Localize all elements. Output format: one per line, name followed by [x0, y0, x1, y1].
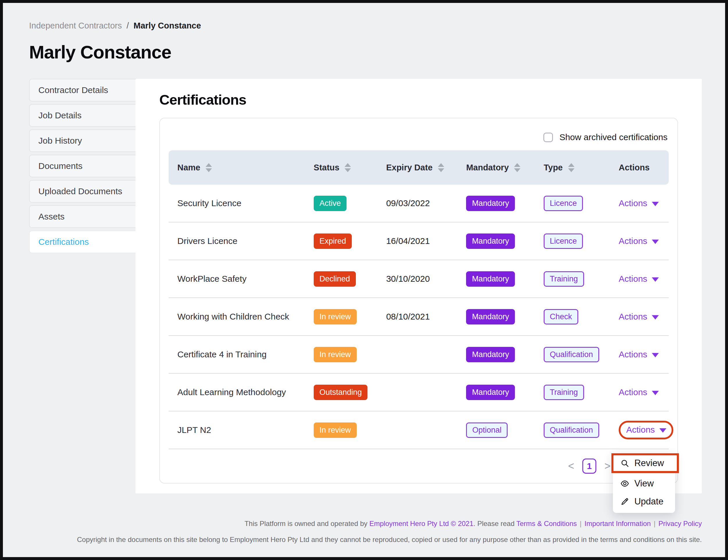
- footer-legal-line: This Platform is owned and operated by E…: [29, 519, 702, 528]
- pencil-icon: [620, 497, 629, 506]
- sidebar-item-uploaded-documents[interactable]: Uploaded Documents: [29, 180, 140, 203]
- sort-icon: [514, 163, 520, 172]
- actions-button[interactable]: Actions: [619, 387, 659, 397]
- sidebar-item-label: Documents: [38, 161, 83, 171]
- table-header-row: Name Status Expiry Date Mandatory Type A…: [169, 150, 669, 185]
- mandatory-badge: Mandatory: [466, 385, 515, 400]
- sidebar-item-label: Assets: [38, 212, 65, 222]
- pagination-page-1[interactable]: 1: [582, 459, 596, 474]
- sidebar-item-documents[interactable]: Documents: [29, 155, 140, 177]
- table-row: Working with Children Check In review 08…: [169, 298, 669, 336]
- footer: This Platform is owned and operated by E…: [29, 519, 702, 544]
- show-archived-row: Show archived certifications: [169, 132, 669, 142]
- pagination: < 1 >: [169, 449, 669, 483]
- expiry-date: 08/10/2021: [386, 312, 430, 322]
- certification-name: JLPT N2: [177, 425, 211, 435]
- type-badge: Licence: [544, 233, 583, 249]
- menu-item-view[interactable]: View: [613, 475, 675, 493]
- footer-terms-link[interactable]: Terms & Conditions: [516, 520, 577, 527]
- sidebar-item-assets[interactable]: Assets: [29, 205, 140, 228]
- certification-name: Certificate 4 in Training: [177, 349, 267, 359]
- column-header-name[interactable]: Name: [169, 163, 314, 172]
- sidebar-item-label: Job History: [38, 136, 82, 146]
- column-header-label: Status: [314, 163, 340, 172]
- mandatory-badge: Mandatory: [466, 309, 515, 324]
- breadcrumb: Independent Contractors/Marly Constance: [29, 21, 702, 31]
- type-badge: Qualification: [544, 422, 599, 438]
- menu-item-update[interactable]: Update: [613, 493, 675, 511]
- table-body: Security Licence Active 09/03/2022 Manda…: [169, 185, 669, 449]
- actions-button[interactable]: Actions: [626, 425, 666, 435]
- footer-important-info-link[interactable]: Important Information: [584, 520, 651, 527]
- caret-down-icon: [659, 428, 666, 433]
- expiry-date: 09/03/2022: [386, 198, 430, 208]
- certification-name: Drivers Licence: [177, 236, 238, 246]
- caret-down-icon: [652, 240, 659, 244]
- main-panel: Certifications Show archived certificati…: [135, 79, 702, 493]
- column-header-label: Name: [177, 163, 200, 172]
- column-header-label: Type: [544, 163, 563, 172]
- certification-name: Adult Learning Methodology: [177, 387, 286, 397]
- column-header-type[interactable]: Type: [544, 163, 619, 172]
- page-title: Marly Constance: [29, 42, 702, 63]
- caret-down-icon: [652, 391, 659, 395]
- actions-button[interactable]: Actions: [619, 312, 659, 322]
- status-badge: In review: [314, 309, 357, 324]
- page-background: Independent Contractors/Marly Constance …: [3, 3, 725, 557]
- footer-copyright-line: Copyright in the documents on this site …: [29, 535, 702, 544]
- sidebar-item-label: Uploaded Documents: [38, 186, 122, 196]
- sort-icon: [345, 163, 351, 172]
- actions-button[interactable]: Actions: [619, 349, 659, 359]
- screenshot-frame: Independent Contractors/Marly Constance …: [0, 0, 728, 560]
- sidebar-item-certifications[interactable]: Certifications: [29, 231, 140, 253]
- table-row: WorkPlace Safety Declined 30/10/2020 Man…: [169, 260, 669, 298]
- type-badge: Check: [544, 309, 578, 324]
- footer-text-prefix: This Platform is owned and operated by: [245, 520, 370, 527]
- mandatory-badge: Mandatory: [466, 271, 515, 287]
- column-header-label: Actions: [619, 163, 650, 172]
- pagination-next-button[interactable]: >: [604, 461, 611, 471]
- actions-button[interactable]: Actions: [619, 236, 659, 246]
- sidebar-nav: Contractor Details Job Details Job Histo…: [29, 79, 140, 256]
- mandatory-badge: Optional: [466, 422, 508, 438]
- actions-button[interactable]: Actions: [619, 198, 659, 208]
- sidebar-item-contractor-details[interactable]: Contractor Details: [29, 79, 140, 101]
- column-header-expiry-date[interactable]: Expiry Date: [386, 163, 466, 172]
- footer-privacy-link[interactable]: Privacy Policy: [659, 520, 702, 527]
- footer-text-mid: . Please read: [473, 520, 516, 527]
- column-header-label: Expiry Date: [386, 163, 433, 172]
- caret-down-icon: [652, 202, 659, 206]
- caret-down-icon: [652, 277, 659, 282]
- certification-name: WorkPlace Safety: [177, 274, 247, 284]
- pagination-prev-button[interactable]: <: [568, 461, 574, 471]
- eye-icon: [620, 479, 629, 488]
- menu-item-review[interactable]: Review: [611, 453, 679, 473]
- column-header-actions: Actions: [619, 163, 669, 172]
- sidebar-item-job-history[interactable]: Job History: [29, 129, 140, 152]
- type-badge: Qualification: [544, 347, 599, 362]
- show-archived-checkbox[interactable]: [543, 133, 553, 142]
- sort-icon: [438, 163, 444, 172]
- type-badge: Licence: [544, 196, 583, 211]
- mandatory-badge: Mandatory: [466, 196, 515, 211]
- breadcrumb-parent-link[interactable]: Independent Contractors: [29, 21, 122, 30]
- breadcrumb-current: Marly Constance: [133, 21, 201, 30]
- column-header-status[interactable]: Status: [314, 163, 386, 172]
- certification-name: Security Licence: [177, 198, 241, 208]
- caret-down-icon: [652, 353, 659, 357]
- status-badge: Outstanding: [314, 385, 368, 400]
- actions-menu: Review View Update: [613, 453, 675, 513]
- sidebar-item-label: Certifications: [38, 237, 89, 247]
- table-row: JLPT N2 In review Optional Qualification…: [169, 411, 669, 449]
- certification-name: Working with Children Check: [177, 312, 289, 322]
- footer-company-link[interactable]: Employment Hero Pty Ltd © 2021: [369, 520, 473, 527]
- certifications-card: Show archived certifications Name Status…: [159, 118, 678, 484]
- mandatory-badge: Mandatory: [466, 233, 515, 249]
- actions-button[interactable]: Actions: [619, 274, 659, 284]
- status-badge: Declined: [314, 271, 356, 287]
- expiry-date: 30/10/2020: [386, 274, 430, 284]
- sidebar-item-job-details[interactable]: Job Details: [29, 104, 140, 127]
- caret-down-icon: [652, 315, 659, 320]
- magnifier-icon: [620, 459, 629, 468]
- column-header-mandatory[interactable]: Mandatory: [466, 163, 544, 172]
